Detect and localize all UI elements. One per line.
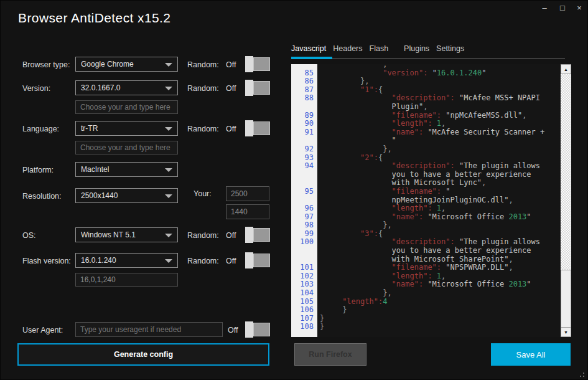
code-row: 89 "filename": "npMcAfeeMSS.dll",	[291, 112, 561, 120]
run-firefox-button[interactable]: Run Firefox	[294, 343, 366, 366]
line-number	[291, 179, 317, 188]
flash-version-dropdown[interactable]: 16.0.1.240	[75, 253, 178, 268]
code-line-text: with Microsoft Lync",	[317, 179, 486, 188]
os-dropdown[interactable]: Windows NT 5.1	[75, 227, 178, 242]
close-button[interactable]: ×	[572, 2, 587, 14]
tab-bar: JavascriptHeadersFlashPluginsSettings	[291, 44, 464, 53]
code-row: you to have a better experience	[291, 171, 561, 179]
line-number: 106	[291, 306, 317, 315]
random-label: Random:	[187, 231, 219, 240]
code-row: with Microsoft Lync",	[291, 179, 561, 188]
version-dropdown[interactable]: 32.0.1667.0	[75, 80, 178, 95]
code-line-text: "name": "McAfee Security Scanner +	[317, 128, 544, 137]
language-label: Language:	[22, 125, 59, 133]
code-lines: ,85 "version": "16.0.1.240"86 },87 "1":{…	[291, 64, 561, 331]
code-line-text: npMeetingJoinPluginOC.dll",	[317, 196, 513, 205]
line-number: 104	[291, 289, 317, 298]
line-number: 86	[291, 77, 317, 86]
code-row: 94 "description": "The plugin allows	[291, 162, 561, 171]
version-random-toggle[interactable]	[245, 80, 270, 96]
random-label: Random:	[187, 60, 219, 69]
line-number: 95	[291, 188, 317, 196]
toggle-handle	[245, 56, 253, 72]
code-line-text: "length":4	[317, 298, 387, 306]
chevron-down-icon	[165, 234, 172, 237]
resolution-label: Resolution:	[22, 192, 62, 201]
save-all-button[interactable]: Save All	[491, 343, 571, 366]
tab-flash[interactable]: Flash	[370, 44, 389, 53]
code-line-text: }	[317, 323, 324, 331]
line-number: 92	[291, 145, 317, 154]
resize-grip[interactable]	[577, 369, 584, 377]
code-editor[interactable]: ,85 "version": "16.0.1.240"86 },87 "1":{…	[291, 64, 571, 337]
resolution-dropdown[interactable]: 2500x1440	[75, 188, 178, 203]
active-tab-indicator	[291, 57, 332, 59]
platform-dropdown[interactable]: MacIntel	[75, 162, 178, 177]
toggle-handle	[245, 227, 253, 243]
language-custom-input[interactable]	[75, 141, 178, 154]
language-dropdown[interactable]: tr-TR	[75, 121, 178, 136]
code-line-text: "length": 1,	[317, 272, 446, 281]
code-line-text: "filename": "npMcAfeeMSS.dll",	[317, 112, 526, 120]
code-row: 87 "1":{	[291, 86, 561, 95]
os-random-toggle[interactable]	[245, 227, 270, 243]
tab-javascript[interactable]: Javascript	[291, 44, 326, 53]
os-label: OS:	[22, 231, 36, 240]
generate-config-button[interactable]: Generate config	[17, 343, 269, 366]
resolution-width-input[interactable]	[226, 186, 269, 201]
code-line-text: "description": "The plugin allows	[317, 162, 540, 171]
code-line-text: }	[317, 315, 324, 323]
line-number: 90	[291, 120, 317, 128]
tab-headers[interactable]: Headers	[333, 44, 362, 53]
code-row: 93 "2":{	[291, 154, 561, 163]
maximize-button[interactable]: □	[555, 2, 570, 14]
code-row: 100 "description": "The plugin allows	[291, 238, 561, 247]
toggle-track	[253, 323, 270, 336]
code-row: 85 "version": "16.0.1.240"	[291, 69, 561, 78]
language-random-toggle[interactable]	[245, 120, 270, 136]
version-custom-input[interactable]	[75, 100, 178, 114]
chevron-down-icon	[165, 63, 172, 67]
code-row: 106 }	[291, 306, 561, 315]
toggle-handle	[245, 321, 253, 338]
line-number: 103	[291, 280, 317, 289]
version-value: 32.0.1667.0	[81, 83, 120, 92]
tab-settings[interactable]: Settings	[436, 44, 464, 53]
code-line-text: Plugin",	[317, 103, 427, 112]
line-number: 88	[291, 94, 317, 103]
code-row: "	[291, 136, 561, 145]
minimize-button[interactable]: –	[537, 2, 552, 14]
tab-plugins[interactable]: Plugins	[404, 44, 429, 53]
flash-random-toggle[interactable]	[245, 252, 270, 268]
chevron-down-icon	[165, 168, 172, 172]
code-row: 107}	[291, 315, 561, 323]
user-agent-input[interactable]	[75, 322, 223, 337]
code-line-text: "2":{	[317, 154, 383, 163]
code-line-text: "name": "Microsoft Office 2013"	[317, 213, 531, 222]
code-line-text: "length": 1,	[317, 204, 446, 213]
scrollbar-thumb[interactable]	[561, 270, 571, 328]
browser-type-random-toggle[interactable]	[245, 56, 270, 72]
code-line-text: with Microsoft SharePoint",	[317, 255, 513, 264]
flash-version-custom-input[interactable]	[75, 273, 178, 287]
code-row: 101 "filename": "NPSPWRAP.DLL",	[291, 264, 561, 272]
scroll-down-icon[interactable]: ▼	[561, 327, 571, 337]
editor-scrollbar[interactable]: ▲ ▼	[561, 64, 571, 337]
code-row: 97 "name": "Microsoft Office 2013"	[291, 213, 561, 222]
code-line-text: "filename": "	[317, 188, 450, 196]
line-number	[291, 196, 317, 205]
scroll-up-icon[interactable]: ▲	[561, 64, 571, 74]
toggle-track	[253, 121, 270, 135]
code-row: 88 "description": "McAfee MSS+ NPAPI	[291, 94, 561, 103]
code-line-text: },	[317, 77, 369, 86]
browser-type-dropdown[interactable]: Google Chrome	[75, 57, 178, 72]
chevron-down-icon	[165, 259, 172, 263]
line-number: 97	[291, 213, 317, 222]
resolution-height-input[interactable]	[226, 204, 269, 219]
chevron-down-icon	[165, 87, 172, 90]
user-agent-toggle[interactable]	[245, 321, 270, 338]
flash-version-value: 16.0.1.240	[81, 256, 116, 265]
code-line-text: "name": "Microsoft Office 2013"	[317, 280, 531, 289]
code-row: 103 "name": "Microsoft Office 2013"	[291, 280, 561, 289]
code-row: 99 "3":{	[291, 230, 561, 239]
